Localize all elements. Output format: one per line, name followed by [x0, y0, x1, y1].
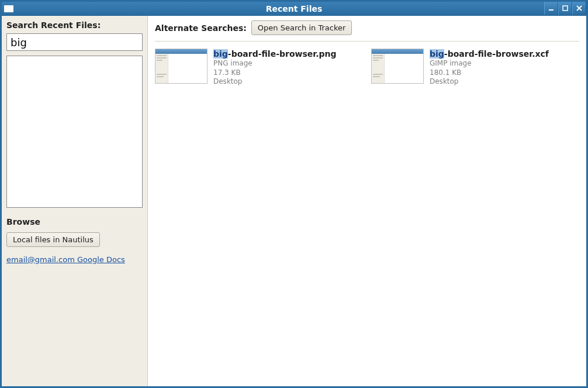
file-name: big-board-file-browser.xcf [430, 49, 549, 59]
filename-rest: -board-file-browser.xcf [444, 49, 549, 59]
alternate-searches-label: Alternate Searches: [155, 23, 247, 33]
browse-label: Browse [6, 217, 143, 226]
file-thumbnail [371, 49, 424, 84]
alternate-searches-row: Alternate Searches: Open Search in Track… [155, 20, 579, 41]
browse-section: Browse Local files in Nautilus email@gma… [6, 217, 143, 264]
divider [155, 41, 579, 42]
file-results-grid: big-board-file-browser.pngPNG image17.3 … [155, 49, 579, 87]
content-area: Search Recent Files: Browse Local files … [2, 16, 586, 386]
file-size: 17.3 KB [213, 68, 337, 78]
app-window: Recent Files Search Recent Files: Browse… [0, 0, 588, 388]
close-button[interactable] [572, 2, 586, 15]
sidebar: Search Recent Files: Browse Local files … [2, 16, 148, 386]
google-docs-link[interactable]: email@gmail.com Google Docs [6, 255, 125, 264]
window-title: Recent Files [2, 4, 586, 13]
file-info: big-board-file-browser.xcfGIMP image180.… [430, 49, 549, 87]
filename-match-highlight: big [213, 49, 228, 59]
window-controls [544, 2, 586, 15]
app-icon [4, 5, 13, 12]
minimize-button[interactable] [544, 2, 558, 15]
search-input[interactable] [6, 33, 143, 51]
file-type: GIMP image [430, 59, 549, 68]
file-location: Desktop [430, 77, 549, 87]
svg-rect-1 [563, 6, 568, 11]
search-label: Search Recent Files: [6, 20, 143, 30]
file-info: big-board-file-browser.pngPNG image17.3 … [213, 49, 337, 87]
file-location: Desktop [213, 77, 337, 87]
file-size: 180.1 KB [430, 68, 549, 78]
search-suggestions-box[interactable] [6, 56, 143, 208]
filename-rest: -board-file-browser.png [228, 49, 337, 59]
file-name: big-board-file-browser.png [213, 49, 337, 59]
maximize-button[interactable] [558, 2, 572, 15]
file-item[interactable]: big-board-file-browser.xcfGIMP image180.… [371, 49, 564, 87]
open-search-tracker-button[interactable]: Open Search in Tracker [251, 20, 352, 35]
file-item[interactable]: big-board-file-browser.pngPNG image17.3 … [155, 49, 348, 87]
filename-match-highlight: big [430, 49, 444, 59]
svg-rect-0 [549, 9, 554, 11]
main-panel: Alternate Searches: Open Search in Track… [148, 16, 586, 386]
titlebar[interactable]: Recent Files [2, 2, 586, 16]
local-files-button[interactable]: Local files in Nautilus [6, 232, 100, 247]
file-type: PNG image [213, 59, 337, 68]
file-thumbnail [155, 49, 207, 84]
